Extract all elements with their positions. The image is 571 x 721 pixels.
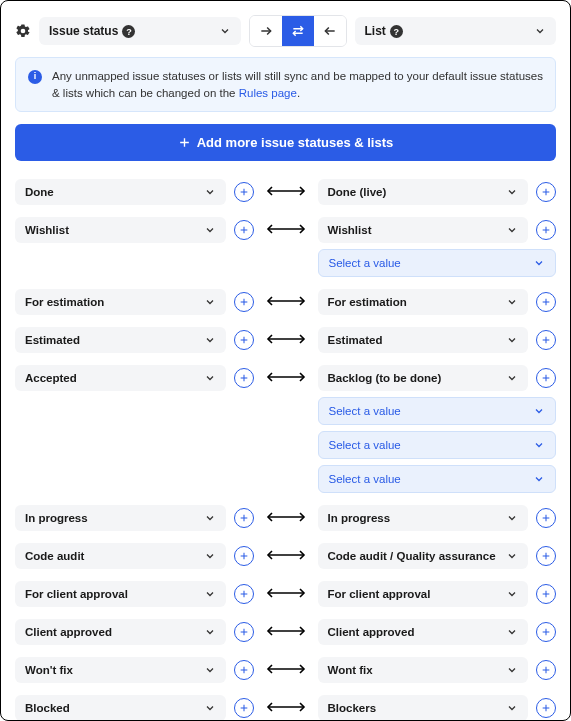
bidirectional-arrow-icon bbox=[264, 217, 308, 236]
add-value-button[interactable] bbox=[234, 368, 254, 388]
add-value-button[interactable] bbox=[536, 330, 556, 350]
add-value-button[interactable] bbox=[536, 182, 556, 202]
chevron-down-icon bbox=[506, 702, 518, 714]
mapping-right-dropdown[interactable]: Blockers bbox=[318, 695, 529, 721]
mapping-right-dropdown[interactable]: Wont fix bbox=[318, 657, 529, 683]
add-value-button[interactable] bbox=[536, 660, 556, 680]
mapping-value-label: Won't fix bbox=[25, 664, 73, 676]
add-value-button[interactable] bbox=[536, 292, 556, 312]
add-value-button[interactable] bbox=[234, 698, 254, 718]
gear-icon[interactable] bbox=[15, 23, 31, 39]
add-value-button[interactable] bbox=[536, 508, 556, 528]
chevron-down-icon bbox=[506, 186, 518, 198]
bidirectional-arrow-icon bbox=[264, 581, 308, 600]
mapping-row: Client approved Client approved bbox=[15, 619, 556, 645]
mapping-panel: Issue status? List? i Any unmapped issue… bbox=[0, 0, 571, 721]
mapping-value-label: Done bbox=[25, 186, 54, 198]
mapping-left-dropdown[interactable]: Wishlist bbox=[15, 217, 226, 243]
chevron-down-icon bbox=[506, 372, 518, 384]
mapping-value-label: Wishlist bbox=[328, 224, 372, 236]
rules-page-link[interactable]: Rules page bbox=[239, 87, 297, 99]
add-more-label: Add more issue statuses & lists bbox=[197, 135, 394, 150]
mapping-row: Won't fix Wont fix bbox=[15, 657, 556, 683]
mapping-left-dropdown[interactable]: For client approval bbox=[15, 581, 226, 607]
mapping-right-dropdown[interactable]: In progress bbox=[318, 505, 529, 531]
mapping-right-side: For estimation bbox=[318, 289, 557, 315]
mapping-left-side: For estimation bbox=[15, 289, 254, 315]
mapping-row: Code audit Code audit / Quality assuranc… bbox=[15, 543, 556, 569]
mapping-value-label: Estimated bbox=[25, 334, 80, 346]
mapping-left-dropdown[interactable]: In progress bbox=[15, 505, 226, 531]
mapping-value-label: Client approved bbox=[328, 626, 415, 638]
topbar: Issue status? List? bbox=[15, 15, 556, 47]
right-field-dropdown[interactable]: List? bbox=[355, 17, 557, 46]
chevron-down-icon bbox=[506, 588, 518, 600]
mapping-row: Wishlist Wishlist Select a value bbox=[15, 217, 556, 277]
mapping-left-dropdown[interactable]: Blocked bbox=[15, 695, 226, 721]
chevron-down-icon bbox=[506, 626, 518, 638]
mapping-left-dropdown[interactable]: For estimation bbox=[15, 289, 226, 315]
direction-right-button[interactable] bbox=[250, 16, 282, 46]
add-value-button[interactable] bbox=[536, 220, 556, 240]
add-value-button[interactable] bbox=[234, 182, 254, 202]
mapping-right-side: Estimated bbox=[318, 327, 557, 353]
add-value-button[interactable] bbox=[234, 584, 254, 604]
add-value-button[interactable] bbox=[234, 622, 254, 642]
add-value-button[interactable] bbox=[234, 220, 254, 240]
chevron-down-icon bbox=[204, 626, 216, 638]
mapping-left-side: Done bbox=[15, 179, 254, 205]
mapping-right-dropdown[interactable]: Client approved bbox=[318, 619, 529, 645]
mapping-right-dropdown[interactable]: Code audit / Quality assurance bbox=[318, 543, 529, 569]
mapping-right-dropdown[interactable]: Select a value bbox=[318, 249, 557, 277]
mapping-left-dropdown[interactable]: Code audit bbox=[15, 543, 226, 569]
chevron-down-icon bbox=[533, 439, 545, 451]
mapping-left-dropdown[interactable]: Client approved bbox=[15, 619, 226, 645]
add-value-button[interactable] bbox=[536, 622, 556, 642]
mapping-right-dropdown[interactable]: For estimation bbox=[318, 289, 529, 315]
left-field-dropdown[interactable]: Issue status? bbox=[39, 17, 241, 46]
add-value-button[interactable] bbox=[234, 660, 254, 680]
mapping-left-dropdown[interactable]: Accepted bbox=[15, 365, 226, 391]
mapping-left-side: Blocked bbox=[15, 695, 254, 721]
mapping-left-side: Code audit bbox=[15, 543, 254, 569]
chevron-down-icon bbox=[534, 25, 546, 37]
help-icon[interactable]: ? bbox=[390, 25, 403, 38]
direction-left-button[interactable] bbox=[314, 16, 346, 46]
add-value-button[interactable] bbox=[234, 292, 254, 312]
add-value-button[interactable] bbox=[234, 508, 254, 528]
chevron-down-icon bbox=[204, 372, 216, 384]
bidirectional-arrow-icon bbox=[264, 505, 308, 524]
add-value-button[interactable] bbox=[536, 698, 556, 718]
mapping-left-dropdown[interactable]: Done bbox=[15, 179, 226, 205]
mapping-right-dropdown[interactable]: Select a value bbox=[318, 397, 557, 425]
mapping-right-dropdown[interactable]: Done (live) bbox=[318, 179, 529, 205]
mapping-right-dropdown[interactable]: Backlog (to be done) bbox=[318, 365, 529, 391]
bidirectional-arrow-icon bbox=[264, 179, 308, 198]
mapping-left-dropdown[interactable]: Won't fix bbox=[15, 657, 226, 683]
help-icon[interactable]: ? bbox=[122, 25, 135, 38]
mapping-value-label: Wont fix bbox=[328, 664, 373, 676]
chevron-down-icon bbox=[204, 512, 216, 524]
add-more-button[interactable]: Add more issue statuses & lists bbox=[15, 124, 556, 161]
chevron-down-icon bbox=[204, 702, 216, 714]
chevron-down-icon bbox=[204, 550, 216, 562]
mapping-right-dropdown[interactable]: Estimated bbox=[318, 327, 529, 353]
mapping-left-side: In progress bbox=[15, 505, 254, 531]
left-field-label: Issue status bbox=[49, 24, 118, 38]
mapping-value-label: Code audit bbox=[25, 550, 84, 562]
mapping-right-dropdown[interactable]: Select a value bbox=[318, 431, 557, 459]
direction-toggle bbox=[249, 15, 347, 47]
add-value-button[interactable] bbox=[536, 584, 556, 604]
mapping-row: In progress In progress bbox=[15, 505, 556, 531]
add-value-button[interactable] bbox=[234, 330, 254, 350]
mapping-right-side: Done (live) bbox=[318, 179, 557, 205]
direction-both-button[interactable] bbox=[282, 16, 314, 46]
add-value-button[interactable] bbox=[234, 546, 254, 566]
chevron-down-icon bbox=[204, 664, 216, 676]
mapping-right-dropdown[interactable]: Select a value bbox=[318, 465, 557, 493]
mapping-left-dropdown[interactable]: Estimated bbox=[15, 327, 226, 353]
add-value-button[interactable] bbox=[536, 368, 556, 388]
add-value-button[interactable] bbox=[536, 546, 556, 566]
mapping-right-dropdown[interactable]: For client approval bbox=[318, 581, 529, 607]
mapping-right-dropdown[interactable]: Wishlist bbox=[318, 217, 529, 243]
